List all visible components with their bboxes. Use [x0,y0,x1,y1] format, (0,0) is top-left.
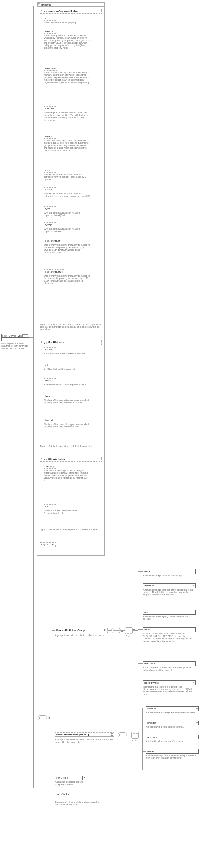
attribute-name: xml:lang [44,464,56,469]
attribute-name: type [44,394,56,398]
attribute-typeuri: typeuriThe type of the concept assigned … [44,418,94,428]
attribute-uri: uriA URI which identifies a concept. [44,363,94,371]
group-concept-definition: ConceptDefinitionGroup+ [55,628,108,633]
sequence-compositor: + [117,732,127,737]
element-desc: A natural language name for the concept. [143,575,196,577]
attribute-type: typeThe type of the concept assigned as … [44,394,94,404]
choice-compositor: +0..∞ [125,627,132,634]
element-sameAs: sameAs+An identifier of a concept with e… [146,706,199,714]
choice-compositor: +0..∞ [131,732,139,739]
attribute-desc: The date (and, optionally, the time) whe… [44,112,90,121]
group-icon: ≡ [41,9,43,12]
attribute-name: how [44,168,56,173]
expand-icon[interactable]: + [192,569,195,574]
connector-line [52,794,55,795]
expand-icon[interactable]: + [104,629,107,631]
attribute-name: uri [44,363,56,367]
expand-icon[interactable]: + [195,735,199,739]
connector-line [142,737,146,737]
element-name: name+A natural language name for the con… [143,569,196,577]
connector-line [138,571,143,572]
connector-line [52,630,52,794]
expand-icon[interactable]: + [192,681,195,685]
attribute-desc: If the attribute is empty, specifies whi… [44,71,90,84]
expand-icon[interactable]: + [192,661,195,665]
attribute-creatoruri: creatoruriIf the attribute is empty, spe… [44,66,94,84]
attribute-desc: One or many constraints that apply to pu… [44,275,90,285]
group-icon: ≡ [41,341,43,343]
attribute-why: whyWhy the metadata has been included - … [44,207,94,217]
group-prefix: grp [44,9,48,12]
cardinality-label: 0..∞ [126,635,130,637]
element-desc: A group of properties specific to a poin… [55,781,86,786]
group-title: ConceptRelationshipsGroup [56,733,89,736]
connector-line [114,735,117,735]
attribute-desc: A free-text value assigned as property v… [44,383,90,386]
attribute-desc: A qualified code which identifies a conc… [44,352,90,355]
connector-line [139,735,142,735]
attributes-icon: ≡ [37,3,40,6]
expand-icon[interactable]: + [132,629,135,632]
element-definition: definition+A natural language definition… [143,583,196,596]
element-note: note+Additional natural language informa… [143,610,196,620]
attribute-howuri: howuriIndicates by which means the value… [44,187,94,197]
group-desc: A group of properties required to define… [55,634,108,637]
element-name: POIDetails [55,776,83,780]
expand-icon[interactable]: + [195,707,199,711]
attribute-desc: One or many constraints that apply to pu… [44,244,90,254]
connector-line [132,630,138,631]
sequence-compositor: + [111,628,121,633]
attribute-xml-lang: xml:langSpecifies the language of this p… [44,464,94,482]
group-title: ConceptDefinitionGroup [56,629,85,631]
element-name: note [143,610,192,614]
element-desc: A natural language definition of the sem… [143,589,196,596]
attribute-desc: A URI which identifies a concept. [44,368,90,371]
attribute-pubconstrainturi: pubconstrainturiOne or many constraints … [44,270,94,285]
attribute-modified: modifiedThe date (and, optionally, the t… [44,106,94,121]
expand-icon[interactable]: + [195,749,199,753]
group-icon: ≡ [41,458,43,460]
attribute-desc: Specifies the language of this property … [44,469,90,482]
group-title: flexAttributes [48,341,64,344]
expand-icon[interactable]: + [192,610,195,614]
attribute-desc: Indicates by which means the value was e… [44,192,90,197]
element-name: facet [143,628,192,631]
attribute-whyuri: whyuriWhy the metadata has been included… [44,222,94,233]
element-desc: Additional natural language information … [143,615,196,620]
element-hierarchyInfo: hierarchyInfo+Represents the position of… [143,680,196,695]
root-type-box: FlexPOIPropType+ [1,334,29,341]
element-desc: An identifier of a more specific concept… [146,740,199,743]
connector-line [47,718,52,718]
connector-line [142,723,146,723]
any-other-label: any ##other [41,543,54,546]
connector-line [121,630,125,631]
expand-icon[interactable]: + [195,721,199,725]
element-name: definition [143,584,192,588]
root-type-name: FlexPOIPropType [2,334,22,337]
expand-icon[interactable]: + [83,776,86,780]
element-broader: broader+An identifier of a more generic … [146,721,199,728]
group-prefix: grp [44,458,48,460]
expand-icon[interactable]: + [110,733,113,736]
attribute-desc: The local identifier of the property. [44,21,90,24]
connector-line [52,630,55,631]
attribute-name: pubconstrainturi [44,270,64,274]
element-name: remoteInfo [143,661,192,665]
element-remoteInfo: remoteInfo+A link to an item or a web re… [143,661,196,672]
attribute-desc: Indicates by which means the value was e… [44,173,90,181]
group-common-power-attributes: ≡grp commonPowerAttributes [40,9,102,13]
connector-line [138,571,138,695]
element-desc: An identifier of a concept with equivale… [146,712,199,714]
connector-line [138,612,143,613]
element-name: sameAs [147,707,195,711]
expand-icon[interactable]: + [192,628,195,631]
cardinality-label: 0..∞ [55,797,56,799]
attribute-desc: Why the metadata has been included - exp… [44,228,90,233]
attribute-name: creatoruri [44,66,57,71]
group-desc: A group of attributes associated with fl… [40,445,102,447]
expand-icon[interactable]: + [22,334,28,337]
group-desc: A group of attributes for language and s… [40,528,102,531]
expand-icon[interactable]: + [192,584,195,588]
expand-icon[interactable]: + [139,734,141,736]
group-desc: A group of attributes for all elements o… [40,323,102,331]
